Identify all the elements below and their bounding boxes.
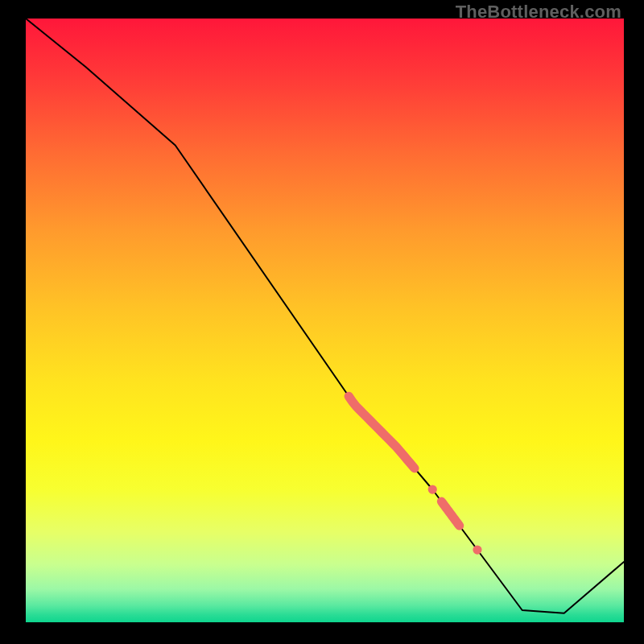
highlighted-segments xyxy=(349,396,481,554)
chart-stage: TheBottleneck.com xyxy=(0,0,644,644)
chart-curve xyxy=(26,19,624,613)
plot-area xyxy=(26,19,624,622)
chart-line-layer xyxy=(26,19,624,622)
highlight-dot xyxy=(428,485,437,493)
watermark-label: TheBottleneck.com xyxy=(456,2,621,23)
highlight-segment xyxy=(349,396,415,468)
highlight-segment xyxy=(441,502,459,526)
highlight-dot xyxy=(473,545,481,554)
